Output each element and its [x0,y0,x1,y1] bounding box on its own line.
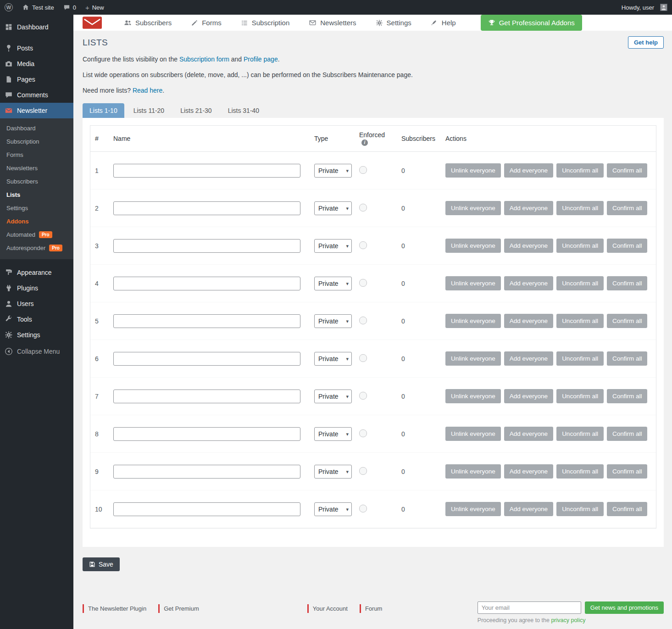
list-name-input[interactable] [113,390,300,403]
list-type-select[interactable]: Private [314,239,352,253]
unconfirm-all-button[interactable]: Unconfirm all [556,351,604,366]
nav-item-subscribers[interactable]: Subscribers [124,19,172,27]
get-help-button[interactable]: Get help [628,36,664,49]
sidebar-item-users[interactable]: Users [0,296,73,312]
list-name-input[interactable] [113,314,300,328]
site-name-link[interactable]: Test site [17,0,59,15]
list-type-select[interactable]: Private [314,502,352,516]
add-everyone-button[interactable]: Add everyone [504,427,553,441]
read-here-link[interactable]: Read here [133,87,162,94]
add-everyone-button[interactable]: Add everyone [504,464,553,479]
add-everyone-button[interactable]: Add everyone [504,314,553,328]
submenu-item-lists[interactable]: Lists [0,188,73,201]
add-everyone-button[interactable]: Add everyone [504,163,553,178]
footer-link-forum[interactable]: Forum [360,604,383,613]
sidebar-item-pages[interactable]: Pages [0,72,73,87]
enforced-checkbox[interactable] [359,279,367,287]
confirm-all-button[interactable]: Confirm all [607,464,648,479]
enforced-checkbox[interactable] [359,467,367,475]
sidebar-item-newsletter[interactable]: Newsletter [0,103,73,118]
unlink-everyone-button[interactable]: Unlink everyone [445,427,501,441]
list-name-input[interactable] [113,352,300,366]
submenu-item-forms[interactable]: Forms [0,148,73,161]
new-content-menu[interactable]: + New [81,0,109,15]
unconfirm-all-button[interactable]: Unconfirm all [556,276,604,290]
sidebar-item-tools[interactable]: Tools [0,312,73,327]
get-professional-addons-button[interactable]: Get Professional Addons [481,15,582,31]
privacy-policy-link[interactable]: privacy policy [551,617,585,623]
submenu-item-autoresponder[interactable]: Autoresponder Pro [0,241,73,255]
sidebar-item-comments[interactable]: Comments [0,87,73,103]
nav-item-forms[interactable]: Forms [191,19,222,27]
unconfirm-all-button[interactable]: Unconfirm all [556,163,604,178]
tab-lists-21-30[interactable]: Lists 21-30 [173,103,218,118]
nav-item-help[interactable]: Help [431,19,456,27]
list-name-input[interactable] [113,277,300,290]
list-type-select[interactable]: Private [314,390,352,403]
confirm-all-button[interactable]: Confirm all [607,276,648,290]
unconfirm-all-button[interactable]: Unconfirm all [556,314,604,328]
confirm-all-button[interactable]: Confirm all [607,163,648,178]
confirm-all-button[interactable]: Confirm all [607,502,648,516]
submenu-item-automated[interactable]: Automated Pro [0,228,73,241]
nav-item-newsletters[interactable]: Newsletters [309,19,356,27]
submenu-item-settings[interactable]: Settings [0,201,73,215]
enforced-checkbox[interactable] [359,505,367,512]
unlink-everyone-button[interactable]: Unlink everyone [445,389,501,403]
add-everyone-button[interactable]: Add everyone [504,389,553,403]
nav-item-subscription[interactable]: Subscription [241,19,290,27]
sidebar-item-appearance[interactable]: Appearance [0,265,73,280]
unlink-everyone-button[interactable]: Unlink everyone [445,314,501,328]
unconfirm-all-button[interactable]: Unconfirm all [556,201,604,215]
list-name-input[interactable] [113,201,300,215]
add-everyone-button[interactable]: Add everyone [504,502,553,516]
submenu-item-dashboard[interactable]: Dashboard [0,122,73,135]
submenu-item-subscribers[interactable]: Subscribers [0,175,73,188]
profile-page-link[interactable]: Profile page [244,56,278,63]
submenu-item-addons[interactable]: Addons [0,215,73,228]
list-type-select[interactable]: Private [314,465,352,479]
unlink-everyone-button[interactable]: Unlink everyone [445,163,501,178]
add-everyone-button[interactable]: Add everyone [504,351,553,366]
list-name-input[interactable] [113,427,300,441]
enforced-checkbox[interactable] [359,204,367,212]
list-type-select[interactable]: Private [314,164,352,178]
unlink-everyone-button[interactable]: Unlink everyone [445,502,501,516]
submenu-item-subscription[interactable]: Subscription [0,135,73,148]
unconfirm-all-button[interactable]: Unconfirm all [556,389,604,403]
list-name-input[interactable] [113,239,300,253]
list-type-select[interactable]: Private [314,427,352,441]
sidebar-item-plugins[interactable]: Plugins [0,280,73,296]
sidebar-item-posts[interactable]: Posts [0,40,73,56]
add-everyone-button[interactable]: Add everyone [504,276,553,290]
add-everyone-button[interactable]: Add everyone [504,201,553,215]
list-type-select[interactable]: Private [314,201,352,215]
enforced-checkbox[interactable] [359,317,367,324]
add-everyone-button[interactable]: Add everyone [504,239,553,253]
unconfirm-all-button[interactable]: Unconfirm all [556,502,604,516]
confirm-all-button[interactable]: Confirm all [607,389,648,403]
collapse-menu-button[interactable]: Collapse Menu [0,344,73,359]
enforced-checkbox[interactable] [359,429,367,437]
unlink-everyone-button[interactable]: Unlink everyone [445,464,501,479]
enforced-checkbox[interactable] [359,166,367,174]
unlink-everyone-button[interactable]: Unlink everyone [445,201,501,215]
sidebar-item-settings[interactable]: Settings [0,327,73,343]
info-icon[interactable]: i [361,139,368,146]
sidebar-item-dashboard[interactable]: Dashboard [0,19,73,35]
tab-lists-31-40[interactable]: Lists 31-40 [221,103,266,118]
footer-link-account[interactable]: Your Account [307,604,348,613]
footer-link-premium[interactable]: Get Premium [158,604,199,613]
unconfirm-all-button[interactable]: Unconfirm all [556,239,604,253]
unlink-everyone-button[interactable]: Unlink everyone [445,351,501,366]
wordpress-logo-menu[interactable]: W [0,0,17,15]
unconfirm-all-button[interactable]: Unconfirm all [556,464,604,479]
tab-lists-1-10[interactable]: Lists 1-10 [83,103,124,118]
confirm-all-button[interactable]: Confirm all [607,201,648,215]
list-type-select[interactable]: Private [314,277,352,290]
footer-email-input[interactable] [478,601,581,614]
list-name-input[interactable] [113,164,300,178]
nav-item-settings[interactable]: Settings [376,19,411,27]
list-type-select[interactable]: Private [314,314,352,328]
list-name-input[interactable] [113,465,300,479]
